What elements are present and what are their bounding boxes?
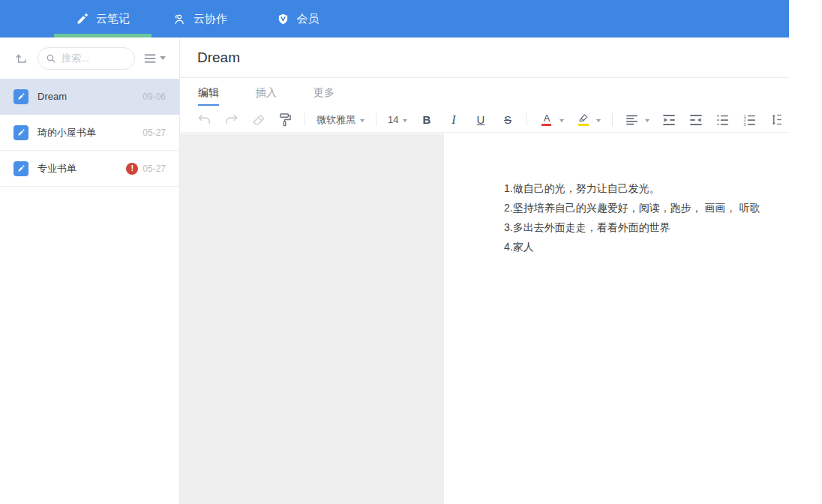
- note-date: 05-27: [142, 128, 166, 138]
- document-title[interactable]: Dream: [180, 38, 789, 78]
- tab-insert[interactable]: 插入: [256, 78, 277, 107]
- search-icon: [46, 53, 56, 64]
- search-box[interactable]: [38, 47, 135, 70]
- chevron-down-icon: [160, 56, 166, 60]
- note-icon: [14, 125, 28, 140]
- editor-menu-tabs: 编辑 插入 更多: [180, 78, 789, 107]
- note-list-item-qi-booklist[interactable]: 琦的小屋书单 05-27: [0, 115, 179, 151]
- line-spacing-icon[interactable]: [769, 112, 784, 128]
- font-family-value: 微软雅黑: [316, 113, 356, 127]
- tab-edit[interactable]: 编辑: [198, 78, 219, 107]
- toolbar-divider: [526, 113, 527, 126]
- nav-tab-cloud-collaboration[interactable]: 云协作: [152, 0, 249, 38]
- strikethrough-button[interactable]: S: [500, 112, 515, 128]
- toolbar-divider: [304, 113, 305, 126]
- underline-button[interactable]: U: [472, 112, 488, 128]
- search-input[interactable]: [62, 52, 106, 64]
- nav-tab-label: 会员: [297, 12, 320, 26]
- note-icon: [14, 89, 28, 104]
- nav-tab-membership[interactable]: 会员: [249, 0, 346, 38]
- bullet-list-icon[interactable]: [715, 112, 730, 128]
- editor-content-area: 1.做自己的光，努力让自己发光。 2.坚持培养自己的兴趣爱好，阅读，跑步， 画画…: [180, 134, 789, 504]
- format-painter-icon[interactable]: [278, 112, 293, 128]
- note-line[interactable]: 3.多出去外面走走，看看外面的世界: [504, 218, 800, 237]
- note-icon: [14, 161, 28, 176]
- font-color-icon[interactable]: A: [538, 112, 554, 128]
- align-icon[interactable]: [624, 112, 640, 128]
- note-title: Dream: [38, 91, 138, 102]
- bold-button[interactable]: B: [418, 112, 434, 128]
- italic-button[interactable]: I: [446, 112, 461, 128]
- toolbar-divider: [376, 113, 376, 126]
- people-icon: [173, 12, 187, 26]
- chevron-down-icon: [360, 119, 364, 122]
- pencil-icon: [76, 12, 89, 26]
- numbered-list-icon[interactable]: 123: [742, 112, 758, 128]
- note-list-item-dream[interactable]: Dream 09-06: [0, 79, 179, 115]
- sidebar: Dream 09-06 琦的小屋书单 05-27 专业书单 ! 05-27: [0, 38, 180, 504]
- chevron-down-icon[interactable]: [560, 119, 564, 122]
- collapse-list-icon[interactable]: [14, 51, 28, 66]
- svg-text:3: 3: [744, 122, 746, 125]
- note-list-item-pro-booklist[interactable]: 专业书单 ! 05-27: [0, 151, 179, 187]
- sidebar-header: [0, 38, 179, 79]
- note-line[interactable]: 1.做自己的光，努力让自己发光。: [504, 178, 800, 198]
- formatting-toolbar: 微软雅黑 14 B I U S A: [180, 107, 789, 133]
- toolbar-divider: [612, 113, 613, 126]
- font-size-select[interactable]: 14: [388, 114, 407, 125]
- indent-increase-icon[interactable]: [661, 112, 676, 128]
- eraser-icon[interactable]: [250, 112, 266, 128]
- chevron-down-icon: [403, 119, 407, 122]
- nav-tab-cloud-notes[interactable]: 云笔记: [54, 0, 152, 38]
- sort-menu-button[interactable]: [144, 53, 166, 64]
- editor-panel: Dream 编辑 插入 更多 微软雅黑: [180, 38, 789, 504]
- app-window: 云笔记 云协作 会员: [0, 0, 789, 504]
- nav-tab-label: 云协作: [194, 12, 227, 26]
- note-date: 09-06: [142, 92, 166, 102]
- chevron-down-icon[interactable]: [645, 119, 650, 122]
- note-body-text[interactable]: 1.做自己的光，努力让自己发光。 2.坚持培养自己的兴趣爱好，阅读，跑步， 画画…: [444, 134, 822, 256]
- note-line[interactable]: 2.坚持培养自己的兴趣爱好，阅读，跑步， 画画， 听歌: [504, 198, 800, 218]
- alert-badge-icon: !: [126, 163, 138, 175]
- tab-more[interactable]: 更多: [314, 78, 334, 107]
- top-navigation-bar: 云笔记 云协作 会员: [0, 0, 789, 38]
- undo-icon[interactable]: [196, 112, 212, 128]
- note-title: 琦的小屋书单: [38, 126, 138, 140]
- font-family-select[interactable]: 微软雅黑: [316, 113, 364, 127]
- note-title: 专业书单: [38, 162, 126, 176]
- highlight-icon[interactable]: [575, 112, 591, 128]
- note-date: 05-27: [142, 164, 166, 174]
- note-line[interactable]: 4.家人: [504, 237, 800, 256]
- indent-decrease-icon[interactable]: [688, 112, 704, 128]
- chevron-down-icon[interactable]: [596, 119, 601, 122]
- vip-badge-icon: [277, 12, 290, 26]
- note-page[interactable]: 1.做自己的光，努力让自己发光。 2.坚持培养自己的兴趣爱好，阅读，跑步， 画画…: [444, 134, 822, 504]
- font-size-value: 14: [388, 114, 398, 125]
- redo-icon[interactable]: [224, 112, 239, 128]
- nav-tab-label: 云笔记: [96, 12, 130, 26]
